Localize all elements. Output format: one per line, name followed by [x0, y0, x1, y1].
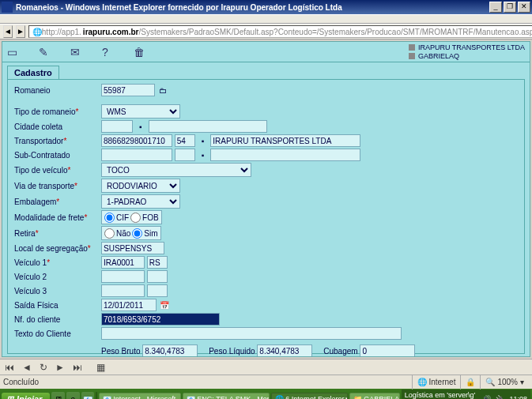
veiculo2-placa[interactable]	[101, 270, 145, 283]
tray-icon[interactable]: 🔊	[482, 395, 491, 399]
retira-nao-option[interactable]: Não	[104, 228, 130, 239]
start-button[interactable]: ⊞Iniciar	[2, 393, 50, 400]
label-peso-bruto: Peso Bruto	[101, 347, 140, 356]
windows-icon: ⊞	[6, 394, 13, 400]
window-title: Romaneios - Windows Internet Explorer fo…	[16, 3, 488, 12]
cidade-coleta-cod[interactable]	[101, 120, 133, 133]
close-button[interactable]: ✕	[518, 2, 530, 13]
frete-cif-option[interactable]: CIF	[104, 213, 129, 223]
sub-cod[interactable]	[101, 149, 172, 161]
url-path: /Systemakers/PadraoSMK/Default.asp?Conte…	[138, 28, 532, 36]
record-nav: ⏮ ◄ ↻ ► ⏭ ▦	[0, 359, 532, 375]
cubagem-value	[360, 344, 415, 357]
url-prefix: http://app1.	[42, 28, 81, 36]
veiculo2-uf[interactable]	[147, 270, 168, 283]
system-tray[interactable]: Logística em 'server\g' (L:) 🔊 🔌 11:08	[402, 390, 530, 399]
label-via-transporte: Via de transporte	[14, 182, 74, 190]
taskbar: ⊞Iniciar 🖥 e 📧 📧 Intercast - Microsoft .…	[0, 389, 532, 399]
task-enc[interactable]: 📧 ENC: TELA SMK - Men...	[183, 393, 270, 399]
url-icon: 🌐	[32, 28, 42, 36]
task-intercast[interactable]: 📧 Intercast - Microsoft ...	[99, 393, 181, 399]
ie-toolbar	[0, 14, 532, 24]
frete-fob-radio[interactable]	[130, 213, 141, 223]
next-icon[interactable]: ►	[55, 362, 65, 373]
lookup-icon[interactable]: ▪	[198, 150, 209, 161]
company-info: IRAPURU TRANSPORTES LTDA GABRIELAQ	[409, 43, 525, 61]
label-romaneio: Romaneio	[14, 86, 51, 95]
sub-seq[interactable]	[175, 149, 195, 161]
label-peso-liquido: Peso Líquido	[209, 347, 255, 356]
retira-nao-radio[interactable]	[104, 228, 115, 239]
last-icon[interactable]: ⏭	[73, 362, 82, 373]
address-bar[interactable]: 🌐 http://app1.irapuru.com.br/Systemakers…	[28, 25, 532, 38]
label-modalidade-frete: Modalidade de frete	[14, 213, 84, 222]
task-ie[interactable]: 🌐 6 Internet Explorer ▾	[271, 393, 348, 399]
trash-icon[interactable]: 🗑	[134, 46, 165, 58]
minimize-button[interactable]: _	[489, 2, 502, 13]
form-table: Romaneio 🗀 Tipo de romaneio* WMS Cidade …	[13, 83, 417, 357]
company-line2: GABRIELAQ	[418, 52, 459, 61]
edit-icon[interactable]: ✎	[39, 46, 70, 58]
tab-strip: Cadastro	[2, 62, 530, 79]
ql-outlook-icon[interactable]: 📧	[81, 392, 95, 399]
embalagem-select[interactable]: 1-PADRAO	[101, 194, 180, 209]
tab-cadastro[interactable]: Cadastro	[7, 66, 59, 79]
tray-text: Logística em 'server\g' (L:)	[405, 391, 478, 399]
transportador-nome	[210, 134, 360, 147]
local-segregacao-input[interactable]	[101, 242, 164, 254]
forward-button[interactable]: ►	[16, 25, 25, 38]
tray-icon[interactable]: 🔌	[496, 395, 504, 399]
veiculo1-placa[interactable]	[101, 256, 145, 269]
transportador-seq[interactable]	[175, 134, 195, 147]
via-transporte-select[interactable]: RODOVIARIO	[101, 179, 180, 193]
prev-icon[interactable]: ◄	[22, 362, 32, 373]
label-cubagem: Cubagem	[323, 347, 357, 356]
label-cidade-coleta: Cidade coleta	[14, 122, 62, 131]
veiculo3-placa[interactable]	[101, 284, 145, 297]
texto-cliente-input[interactable]	[101, 327, 402, 340]
status-protected: 🔒	[460, 375, 480, 390]
label-transportador: Transportador	[14, 137, 63, 145]
frete-radio-group: CIF FOB	[101, 210, 162, 224]
app-main: ▭ ✎ ✉ ? 🗑 IRAPURU TRANSPORTES LTDA GABRI…	[2, 41, 530, 357]
status-bar: Concluído 🌐Internet 🔒 🔍100% ▾	[0, 375, 532, 389]
label-tipo-veiculo: Tipo de veículo	[14, 166, 67, 175]
status-zone: 🌐Internet	[412, 375, 461, 390]
label-embalagem: Embalagem	[14, 198, 56, 206]
first-icon[interactable]: ⏮	[5, 362, 14, 373]
transportador-cod[interactable]	[101, 134, 172, 147]
veiculo3-uf[interactable]	[147, 284, 168, 297]
saida-fisica-input[interactable]	[101, 299, 157, 311]
doc-icon[interactable]: ▭	[7, 46, 39, 58]
ql-desktop-icon[interactable]: 🖥	[51, 392, 65, 399]
retira-sim-radio[interactable]	[132, 228, 142, 239]
veiculo1-uf[interactable]	[147, 256, 168, 269]
label-texto-cliente: Texto do Cliente	[14, 329, 71, 338]
nf-cliente-input[interactable]	[101, 313, 220, 326]
lookup-icon[interactable]: 🗀	[157, 85, 168, 96]
globe-icon: 🌐	[417, 378, 427, 386]
cidade-coleta-desc	[149, 120, 267, 133]
lookup-icon[interactable]: ▪	[135, 122, 146, 133]
tipo-veiculo-select[interactable]: TOCO	[101, 163, 251, 177]
refresh-icon[interactable]: ↻	[40, 362, 47, 373]
frete-cif-radio[interactable]	[104, 213, 115, 223]
retira-sim-option[interactable]: Sim	[132, 228, 157, 239]
tipo-romaneio-select[interactable]: WMS	[101, 104, 180, 119]
label-veiculo1: Veículo 1	[14, 258, 47, 267]
romaneio-input[interactable]	[101, 84, 155, 96]
help-icon[interactable]: ?	[102, 46, 134, 58]
calendar-icon[interactable]: 📅	[159, 300, 170, 311]
maximize-button[interactable]: ❐	[504, 2, 516, 13]
back-button[interactable]: ◄	[3, 25, 13, 38]
status-zoom[interactable]: 🔍100% ▾	[480, 375, 529, 390]
table-icon[interactable]: ▦	[96, 362, 105, 373]
ql-ie-icon[interactable]: e	[66, 392, 80, 399]
retira-radio-group: Não Sim	[101, 226, 161, 240]
mail-icon[interactable]: ✉	[70, 46, 102, 58]
lookup-icon[interactable]: ▪	[198, 136, 209, 147]
window-titlebar: Romaneios - Windows Internet Explorer fo…	[0, 0, 532, 14]
task-gabriela[interactable]: 📁 GABRIELA	[349, 393, 400, 399]
label-tipo-romaneio: Tipo de romaneio	[14, 107, 75, 116]
frete-fob-option[interactable]: FOB	[130, 213, 159, 223]
